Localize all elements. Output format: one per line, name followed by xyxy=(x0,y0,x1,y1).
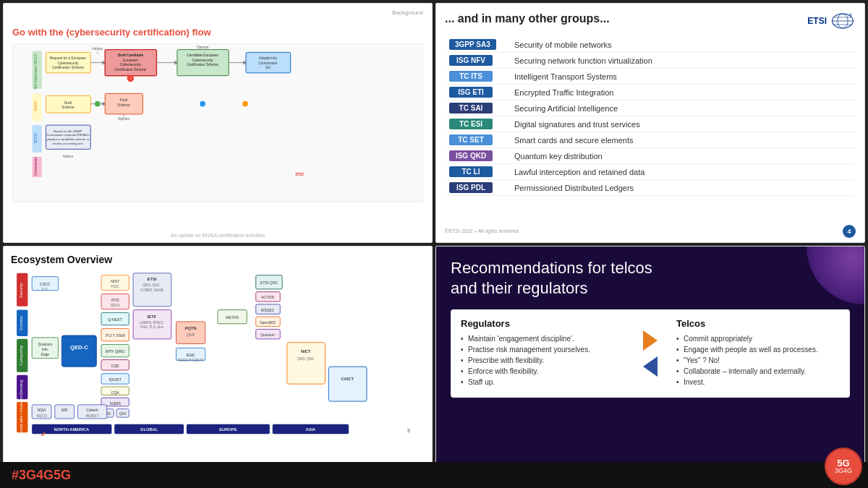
svg-text:®: ® xyxy=(849,13,852,17)
svg-text:Opinion: Opinion xyxy=(197,46,209,49)
svg-text:Edge: Edge xyxy=(41,352,50,356)
group-desc: Encrypted Traffic Integration xyxy=(510,85,856,100)
svg-text:Based on the UKWP: Based on the UKWP xyxy=(54,129,82,133)
svg-text:CQA: CQA xyxy=(111,390,119,394)
svg-text:EUROPE: EUROPE xyxy=(219,427,237,432)
group-row: TC ESI Digital signatures and trust serv… xyxy=(445,116,856,132)
svg-text:CSCC: CSCC xyxy=(40,282,51,286)
arrows-divider xyxy=(639,318,662,389)
svg-text:ITU-T X509: ITU-T X509 xyxy=(106,333,125,337)
svg-text:QKD, QSC,: QKD, QSC, xyxy=(143,283,161,287)
svg-text:CAICT: CAICT xyxy=(341,377,354,381)
recommendations-box: Regulators Maintain 'engagement discipli… xyxy=(451,309,850,398)
group-desc: Permissioned Distributed Ledgers xyxy=(510,180,856,196)
regulator-item: Enforce with flexibility. xyxy=(461,367,624,375)
svg-text:Request for a European: Request for a European xyxy=(50,56,87,60)
regulators-list: Maintain 'engagement discipline'.Practis… xyxy=(461,335,624,386)
group-tag: TC SET xyxy=(449,134,493,145)
svg-text:ASIA: ASIA xyxy=(306,427,316,432)
background-label: Background xyxy=(392,9,423,16)
svg-text:Certification Scheme: Certification Scheme xyxy=(187,63,218,67)
slide-bl-title: Ecosystem Overview xyxy=(11,254,425,265)
svg-text:P1913,P7130,P7: P1913,P7130,P7 xyxy=(178,358,204,361)
slide-tr-title: ... and in many other groups... xyxy=(445,12,610,25)
svg-rect-133 xyxy=(328,367,367,401)
svg-text:Advice: Advice xyxy=(93,47,103,51)
svg-text:LAMPS, IPSEC,: LAMPS, IPSEC, xyxy=(140,320,165,324)
group-tag: TC SAI xyxy=(449,103,493,114)
svg-text:Scheme: Scheme xyxy=(61,106,75,109)
svg-text:ACTION: ACTION xyxy=(261,296,275,299)
svg-text:Commission requests ENISA to: Commission requests ENISA to xyxy=(46,133,90,137)
group-desc: Security of mobile networks xyxy=(510,37,856,53)
svg-text:ATIS: ATIS xyxy=(111,298,120,302)
slide-top-right: ... and in many other groups... ETSI ® 3… xyxy=(435,3,865,243)
svg-text:CYBER, SAGE: CYBER, SAGE xyxy=(140,288,163,291)
slide-bottom-left: Ecosystem Overview Security Comms Comput… xyxy=(3,246,433,486)
svg-text:NICT: NICT xyxy=(301,349,311,354)
svg-text:SCCG: SCCG xyxy=(34,133,38,143)
etsi-globe-icon: ® xyxy=(830,12,856,30)
svg-text:INQNET: INQNET xyxy=(86,414,99,418)
arrow-right-icon xyxy=(643,330,658,351)
svg-text:Certification Scheme: Certification Scheme xyxy=(52,66,84,69)
group-desc: Securing Artificial Intelligence xyxy=(510,100,856,116)
svg-text:review an existing one: review an existing one xyxy=(53,142,84,145)
group-desc: Quantum key distribution xyxy=(510,148,856,164)
slide-tl-footer: An update on ENISA certification activit… xyxy=(4,233,432,238)
ecosystem-svg: Security Comms Computing Sensing Nationa… xyxy=(11,270,425,436)
regulator-item: Prescribe with flexibility. xyxy=(461,356,624,364)
svg-point-51 xyxy=(95,101,101,107)
group-row: ISG ETI Encrypted Traffic Integration xyxy=(445,85,856,100)
svg-text:NIST: NIST xyxy=(111,279,120,283)
svg-text:Certification Scheme: Certification Scheme xyxy=(114,68,146,72)
svg-text:ENISA: ENISA xyxy=(34,100,38,111)
telcos-list: Commit appropriatelyEngage with people a… xyxy=(676,335,840,386)
slide-top-left: Background Go with the (cybersecurity ce… xyxy=(3,3,433,243)
regulator-item: Practise risk management yourselves. xyxy=(461,346,624,354)
svg-text:QNS: QNS xyxy=(187,333,195,337)
group-row: TC SET Smart cards and secure elements xyxy=(445,132,856,148)
svg-text:Act: Act xyxy=(265,66,271,69)
bottom-bar: #3G4G5G xyxy=(0,462,868,488)
svg-text:Quantum: Quantum xyxy=(260,333,275,337)
telco-item: Commit appropriately xyxy=(676,335,840,343)
group-desc: Lawful interception and retained data xyxy=(510,164,856,180)
group-desc: Digital signatures and trust services xyxy=(510,116,856,132)
group-desc: Securing network function virtualization xyxy=(510,53,856,69)
group-tag: ISG NFV xyxy=(449,55,493,66)
group-row: 3GPP SA3 Security of mobile networks xyxy=(445,37,856,53)
svg-text:OpenQKD: OpenQKD xyxy=(260,320,276,324)
page-number: 4 xyxy=(843,225,856,238)
svg-text:QED-C: QED-C xyxy=(70,344,88,351)
svg-text:Sensing: Sensing xyxy=(19,380,23,395)
svg-text:✓: ✓ xyxy=(38,429,47,435)
group-tag: 3GPP SA3 xyxy=(449,39,496,50)
svg-text:Commission: Commission xyxy=(34,157,38,176)
slide-tr-header: ... and in many other groups... ETSI ® xyxy=(445,12,856,30)
3g4g-label: 3G4G xyxy=(835,468,852,474)
svg-rect-74 xyxy=(61,335,96,367)
telcos-col: Telcos Commit appropriatelyEngage with p… xyxy=(676,318,840,389)
slide-grid: Background Go with the (cybersecurity ce… xyxy=(0,0,868,488)
arrow-left-icon xyxy=(643,356,658,377)
svg-point-52 xyxy=(200,101,205,107)
svg-text:SQMS: SQMS xyxy=(109,401,121,405)
svg-text:PQIC: PQIC xyxy=(111,284,119,288)
slide-br-title: Recommendations for telcos and their reg… xyxy=(451,258,850,299)
svg-text:NORTH AMERICA: NORTH AMERICA xyxy=(54,427,89,432)
svg-text:Draft Candidate: Draft Candidate xyxy=(118,53,144,57)
group-tag: ISG PDL xyxy=(449,182,493,193)
svg-text:European: European xyxy=(123,59,138,62)
svg-text:etsi: etsi xyxy=(295,171,304,176)
telco-item: Collaborate – internally and externally. xyxy=(676,367,840,375)
5g-badge: 5G 3G4G xyxy=(825,448,862,485)
svg-text:METAS: METAS xyxy=(226,315,239,320)
group-tag: ISG ETI xyxy=(449,87,493,98)
svg-text:Q-NEXT: Q-NEXT xyxy=(108,317,123,321)
svg-text:Final: Final xyxy=(120,98,127,102)
svg-text:NSF: NSF xyxy=(61,408,68,412)
slide-tr-footer: ©ETSI 2022 – All rights reserved 4 xyxy=(445,225,856,238)
flow-svg: NIS Authorities / NCCA ENISA SCCG Commis… xyxy=(13,44,422,181)
telcos-heading: Telcos xyxy=(676,318,840,329)
